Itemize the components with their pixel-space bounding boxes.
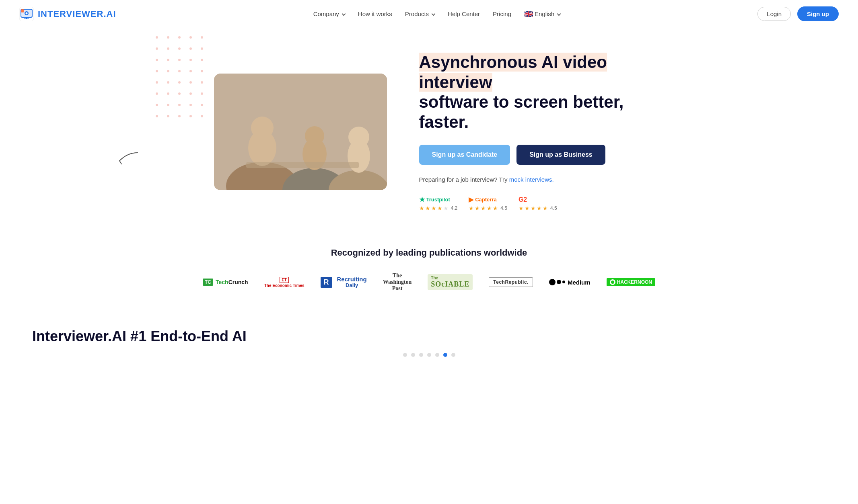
dot-3 <box>419 353 423 357</box>
svg-point-26 <box>357 126 377 145</box>
capterra-rating: ▶ Capterra ★ ★ ★ ★ ★ 4.5 <box>469 196 507 211</box>
bottom-section: Interviewer.AI #1 End-to-End AI <box>0 308 858 369</box>
hero-content: Asynchronous AI video interview software… <box>419 52 644 211</box>
capterra-icon: ▶ <box>469 196 473 203</box>
chevron-down-icon <box>342 12 346 16</box>
hero-buttons: Sign up as Candidate Sign up as Business <box>419 145 644 165</box>
hero-title: Asynchronous AI video interview software… <box>419 52 644 132</box>
star-icon: ★ <box>469 205 474 211</box>
ratings-section: ★ Trustpilot ★ ★ ★ ★ ★ 4.2 ▶ Capterra <box>419 196 644 211</box>
svg-rect-20 <box>295 131 300 134</box>
arrow-decoration <box>115 151 140 167</box>
svg-point-23 <box>329 126 361 182</box>
svg-rect-10 <box>288 78 329 118</box>
svg-rect-27 <box>278 152 327 182</box>
publications-section: Recognized by leading publications world… <box>0 227 858 308</box>
recruiting-daily-logo: R Recruiting Daily <box>321 276 367 289</box>
svg-rect-29 <box>280 154 325 177</box>
svg-rect-28 <box>279 153 326 179</box>
logo-icon <box>19 7 34 21</box>
svg-point-19 <box>289 130 312 166</box>
star-half-icon: ★ <box>543 205 548 211</box>
dot-5 <box>435 353 439 357</box>
nav-products[interactable]: Products <box>405 10 435 17</box>
g2-icon: G2 <box>519 196 527 203</box>
publications-logos: TC TechCrunch ET The Economic Times R Re… <box>32 272 826 292</box>
trustpilot-star-icon: ★ <box>419 196 425 203</box>
chevron-down-icon <box>432 12 436 16</box>
pagination-dots <box>32 353 826 357</box>
signup-button[interactable]: Sign up <box>797 6 839 21</box>
svg-point-14 <box>238 140 274 190</box>
nav-pricing[interactable]: Pricing <box>493 10 511 17</box>
hero-image-container <box>214 74 387 190</box>
hero-image-svg <box>214 74 387 190</box>
svg-point-24 <box>334 111 355 132</box>
star-icon: ★ <box>487 205 492 211</box>
svg-point-25 <box>353 148 381 184</box>
flag-icon: 🇬🇧 <box>524 10 533 18</box>
dot-1 <box>403 353 407 357</box>
sociable-logo: The SOcIABLE <box>428 274 473 290</box>
bottom-title: Interviewer.AI #1 End-to-End AI <box>32 328 274 345</box>
login-button[interactable]: Login <box>757 7 791 21</box>
medium-circle-medium <box>557 280 561 284</box>
svg-rect-7 <box>21 9 24 12</box>
medium-circle-small <box>562 281 565 283</box>
decorative-dots <box>156 36 208 122</box>
star-icon: ★ <box>519 205 524 211</box>
nav-actions: Login Sign up <box>757 6 839 21</box>
hackernoon-icon <box>610 279 615 285</box>
svg-point-18 <box>289 121 312 143</box>
trustpilot-rating: ★ Trustpilot ★ ★ ★ ★ ★ 4.2 <box>419 196 458 211</box>
publications-title: Recognized by leading publications world… <box>32 248 826 258</box>
star-icon: ★ <box>525 205 530 211</box>
svg-point-4 <box>26 12 28 14</box>
dot-7 <box>451 353 455 357</box>
nav-company[interactable]: Company <box>313 10 345 17</box>
star-icon: ★ <box>475 205 480 211</box>
svg-point-17 <box>280 148 321 190</box>
hero-image <box>214 74 387 190</box>
star-icon: ★ <box>437 205 442 211</box>
dot-4 <box>427 353 431 357</box>
g2-rating: G2 ★ ★ ★ ★ ★ 4.5 <box>519 196 557 211</box>
signup-candidate-button[interactable]: Sign up as Candidate <box>419 145 510 165</box>
star-icon: ★ <box>481 205 486 211</box>
svg-rect-12 <box>230 154 375 159</box>
medium-circle-large <box>549 279 556 285</box>
techrepublic-logo: TechRepublic. <box>489 277 533 287</box>
logo-text: INTERVIEWER.AI <box>38 9 116 19</box>
star-icon: ★ <box>537 205 542 211</box>
hackernoon-logo: HACKERNOON <box>607 278 655 286</box>
star-icon: ★ <box>425 205 430 211</box>
logo[interactable]: INTERVIEWER.AI <box>19 7 116 21</box>
svg-rect-8 <box>214 74 387 190</box>
svg-rect-9 <box>238 78 286 118</box>
star-icon: ★ <box>419 205 424 211</box>
star-empty-icon: ★ <box>443 205 449 211</box>
svg-point-16 <box>244 126 268 162</box>
nav-language[interactable]: 🇬🇧 English <box>524 10 560 18</box>
hero-section: Asynchronous AI video interview software… <box>148 28 711 227</box>
svg-rect-13 <box>230 159 375 187</box>
svg-point-30 <box>299 162 306 169</box>
svg-rect-11 <box>333 78 381 118</box>
dot-2 <box>411 353 415 357</box>
washington-post-logo: TheWashingtonPost <box>383 272 412 292</box>
mock-interviews-link[interactable]: mock interviews. <box>509 176 554 183</box>
nav-how-it-works[interactable]: How it works <box>358 10 392 17</box>
svg-point-32 <box>611 281 614 284</box>
nav-help-center[interactable]: Help Center <box>448 10 480 17</box>
star-icon: ★ <box>431 205 436 211</box>
signup-business-button[interactable]: Sign up as Business <box>516 145 605 165</box>
dot-6-active <box>443 353 447 357</box>
chevron-down-icon <box>557 12 561 16</box>
svg-rect-21 <box>301 131 306 134</box>
star-icon: ★ <box>531 205 536 211</box>
mock-interview-text: Preparing for a job interview? Try mock … <box>419 176 644 183</box>
nav-links: Company How it works Products Help Cente… <box>313 10 561 18</box>
medium-logo: Medium <box>549 279 591 286</box>
navbar: INTERVIEWER.AI Company How it works Prod… <box>0 0 858 28</box>
svg-point-15 <box>244 114 268 138</box>
